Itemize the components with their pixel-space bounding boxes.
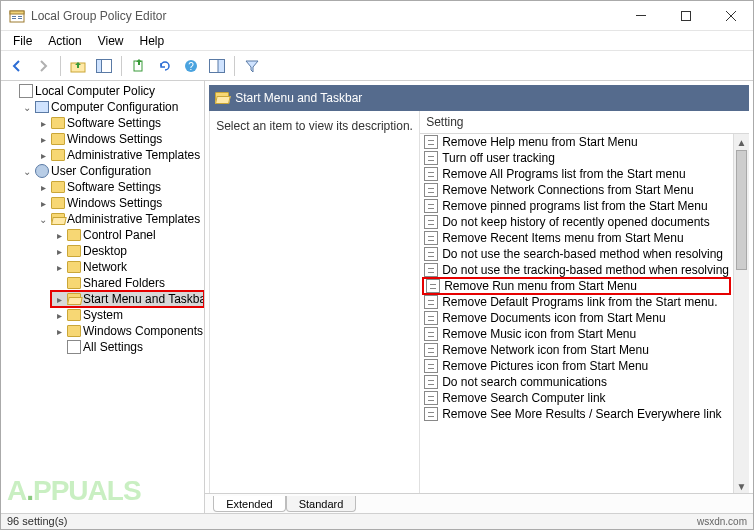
- svg-text:?: ?: [188, 61, 194, 72]
- tree-root[interactable]: ▸ Local Computer Policy: [3, 83, 204, 99]
- setting-row[interactable]: Remove Pictures icon from Start Menu: [420, 358, 733, 374]
- expander-icon[interactable]: ⌄: [21, 101, 33, 113]
- main-split: ▸ Local Computer Policy ⌄ Computer Confi…: [1, 81, 753, 513]
- tree-control-panel[interactable]: ▸ Control Panel: [51, 227, 204, 243]
- expander-icon[interactable]: ▸: [37, 197, 49, 209]
- export-button[interactable]: [127, 54, 151, 78]
- tree-desktop[interactable]: ▸ Desktop: [51, 243, 204, 259]
- expander-icon[interactable]: ▸: [37, 133, 49, 145]
- setting-label: Remove Music icon from Start Menu: [442, 327, 636, 341]
- setting-row[interactable]: Remove Help menu from Start Menu: [420, 134, 733, 150]
- scroll-up-icon[interactable]: ▲: [734, 134, 749, 150]
- tree-user-configuration[interactable]: ⌄ User Configuration: [19, 163, 204, 179]
- show-hide-tree-button[interactable]: [92, 54, 116, 78]
- tree-cc-windows-settings[interactable]: ▸ Windows Settings: [35, 131, 204, 147]
- tree-network[interactable]: ▸ Network: [51, 259, 204, 275]
- expander-icon[interactable]: ▸: [53, 261, 65, 273]
- tab-standard[interactable]: Standard: [286, 496, 357, 512]
- menu-help[interactable]: Help: [132, 32, 173, 50]
- minimize-button[interactable]: [618, 1, 663, 31]
- menu-bar: File Action View Help: [1, 31, 753, 51]
- menu-file[interactable]: File: [5, 32, 40, 50]
- tree-shared-folders[interactable]: ▸ Shared Folders: [51, 275, 204, 291]
- tree-computer-configuration[interactable]: ⌄ Computer Configuration: [19, 99, 204, 115]
- setting-row[interactable]: Do not use the tracking-based method whe…: [420, 262, 733, 278]
- policy-setting-icon: [424, 231, 438, 245]
- scroll-track[interactable]: [734, 270, 749, 478]
- tree-system[interactable]: ▸ System: [51, 307, 204, 323]
- menu-view[interactable]: View: [90, 32, 132, 50]
- tree-windows-components[interactable]: ▸ Windows Components: [51, 323, 204, 339]
- policy-setting-icon: [424, 183, 438, 197]
- back-button[interactable]: [5, 54, 29, 78]
- expander-icon[interactable]: ▸: [37, 149, 49, 161]
- maximize-button[interactable]: [663, 1, 708, 31]
- setting-label: Remove All Programs list from the Start …: [442, 167, 685, 181]
- svg-rect-7: [681, 11, 690, 20]
- refresh-button[interactable]: [153, 54, 177, 78]
- expander-icon[interactable]: ▸: [53, 293, 65, 305]
- column-header-setting[interactable]: Setting: [420, 111, 749, 134]
- setting-row[interactable]: Remove Recent Items menu from Start Menu: [420, 230, 733, 246]
- tree-uc-windows-settings[interactable]: ▸ Windows Settings: [35, 195, 204, 211]
- forward-button[interactable]: [31, 54, 55, 78]
- setting-row[interactable]: Remove Network Connections from Start Me…: [420, 182, 733, 198]
- setting-row[interactable]: Remove All Programs list from the Start …: [420, 166, 733, 182]
- tab-extended[interactable]: Extended: [213, 496, 285, 512]
- expander-icon[interactable]: ▸: [53, 245, 65, 257]
- tree-cc-software-settings[interactable]: ▸ Software Settings: [35, 115, 204, 131]
- toolbar-separator: [60, 56, 61, 76]
- description-column: Select an item to view its description.: [210, 111, 420, 494]
- setting-row[interactable]: Do not use the search-based method when …: [420, 246, 733, 262]
- expander-icon[interactable]: ⌄: [37, 213, 49, 225]
- toolbar-separator: [121, 56, 122, 76]
- policy-setting-icon: [424, 167, 438, 181]
- tree-uc-admin-templates[interactable]: ⌄ Administrative Templates: [35, 211, 204, 227]
- minimize-icon: [636, 11, 646, 21]
- expander-icon[interactable]: ▸: [53, 325, 65, 337]
- tree-all-settings[interactable]: ▸ All Settings: [51, 339, 204, 355]
- setting-label: Remove Default Programs link from the St…: [442, 295, 717, 309]
- expander-icon[interactable]: ▸: [37, 117, 49, 129]
- close-button[interactable]: [708, 1, 753, 31]
- tree-start-menu-taskbar[interactable]: ▸ Start Menu and Taskbar: [51, 291, 204, 307]
- help-button[interactable]: ?: [179, 54, 203, 78]
- setting-row[interactable]: Remove See More Results / Search Everywh…: [420, 406, 733, 422]
- folder-icon: [67, 309, 81, 321]
- menu-action[interactable]: Action: [40, 32, 89, 50]
- up-button[interactable]: [66, 54, 90, 78]
- policy-setting-icon: [424, 359, 438, 373]
- folder-icon: [51, 181, 65, 193]
- signature: wsxdn.com: [697, 516, 747, 527]
- forward-icon: [36, 59, 50, 73]
- expander-icon[interactable]: ▸: [53, 229, 65, 241]
- setting-row[interactable]: Remove Music icon from Start Menu: [420, 326, 733, 342]
- svg-rect-2: [12, 16, 16, 17]
- expander-icon[interactable]: ▸: [53, 309, 65, 321]
- back-icon: [10, 59, 24, 73]
- setting-row[interactable]: Turn off user tracking: [420, 150, 733, 166]
- refresh-icon: [158, 59, 172, 73]
- filter-button[interactable]: [240, 54, 264, 78]
- setting-row[interactable]: Do not search communications: [420, 374, 733, 390]
- folder-icon: [51, 149, 65, 161]
- setting-row[interactable]: Remove Default Programs link from the St…: [420, 294, 733, 310]
- scroll-thumb[interactable]: [736, 150, 747, 270]
- tree-uc-software-settings[interactable]: ▸ Software Settings: [35, 179, 204, 195]
- vertical-scrollbar[interactable]: ▲ ▼: [733, 134, 749, 494]
- setting-row[interactable]: Remove Search Computer link: [420, 390, 733, 406]
- setting-row[interactable]: Remove Network icon from Start Menu: [420, 342, 733, 358]
- expander-icon[interactable]: ▸: [37, 181, 49, 193]
- svg-rect-3: [12, 18, 16, 19]
- expander-icon[interactable]: ⌄: [21, 165, 33, 177]
- tree-cc-admin-templates[interactable]: ▸ Administrative Templates: [35, 147, 204, 163]
- scroll-down-icon[interactable]: ▼: [734, 478, 749, 494]
- folder-icon: [67, 277, 81, 289]
- setting-row[interactable]: Remove Run menu from Start Menu: [422, 277, 731, 295]
- toolbar-separator: [234, 56, 235, 76]
- setting-row[interactable]: Remove pinned programs list from the Sta…: [420, 198, 733, 214]
- properties-button[interactable]: [205, 54, 229, 78]
- close-icon: [726, 11, 736, 21]
- setting-row[interactable]: Do not keep history of recently opened d…: [420, 214, 733, 230]
- setting-row[interactable]: Remove Documents icon from Start Menu: [420, 310, 733, 326]
